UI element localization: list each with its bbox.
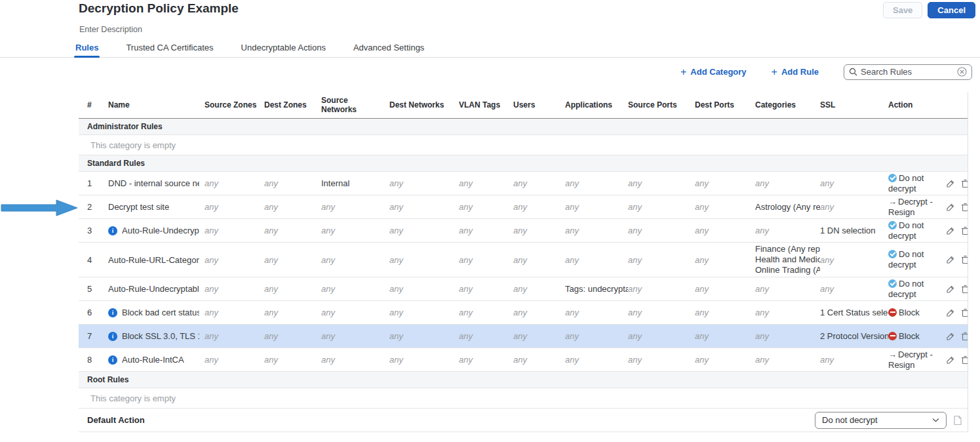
cell-ssl: any (820, 178, 888, 188)
decrypt-resign-icon: → (888, 197, 897, 207)
edit-rule-button[interactable] (946, 308, 955, 317)
edit-rule-button[interactable] (946, 285, 955, 294)
cell-action: Do not decrypt (888, 173, 945, 194)
col-header-dest-networks: Dest Networks (389, 100, 459, 110)
search-rules-box[interactable] (844, 64, 972, 80)
rule-row-3[interactable]: 3 iAuto-Rule-Undecrypta any any any any … (79, 219, 968, 243)
cell-source-zones: any (205, 284, 264, 294)
rule-row-1[interactable]: 1 DND - internal source netw any any Int… (79, 172, 968, 195)
cell-dest-zones: any (264, 331, 321, 341)
default-action-select[interactable]: Do not decrypt (815, 412, 947, 429)
cell-categories: any (755, 178, 820, 188)
rule-name-text: Auto-Rule-URL-Categories (108, 255, 199, 265)
row-controls (945, 179, 968, 188)
edit-rule-button[interactable] (946, 255, 955, 264)
row-controls (945, 226, 968, 235)
edit-rule-button[interactable] (946, 179, 955, 188)
cell-categories: any (755, 331, 820, 341)
cell-applications: Tags: undecrypta (565, 284, 628, 294)
rule-row-8[interactable]: 8 iAuto-Rule-IntCA any any any any any a… (79, 348, 968, 372)
edit-rule-button[interactable] (946, 332, 955, 341)
default-action-value: Do not decrypt (822, 415, 878, 425)
cell-vlan-tags: any (459, 308, 513, 317)
cell-ssl: any (820, 355, 888, 365)
row-controls (945, 255, 968, 264)
add-rule-button[interactable]: + Add Rule (772, 66, 819, 78)
cell-users: any (513, 284, 565, 294)
cell-source-zones: any (205, 178, 264, 188)
cancel-button[interactable]: Cancel (928, 2, 975, 18)
edit-rule-button[interactable] (946, 355, 955, 365)
edit-rule-button[interactable] (946, 226, 955, 235)
delete-rule-button[interactable] (961, 203, 968, 212)
cell-vlan-tags: any (459, 331, 513, 341)
add-category-label: Add Category (690, 67, 746, 77)
action-label: Block (899, 331, 920, 341)
tab-advanced-settings[interactable]: Advanced Settings (352, 39, 425, 57)
delete-rule-button[interactable] (961, 179, 968, 188)
rule-row-6[interactable]: 6 iBlock bad cert status any any any any… (79, 301, 968, 325)
category-row-standard-rules[interactable]: Standard Rules (79, 155, 968, 172)
delete-rule-button[interactable] (961, 355, 968, 365)
cell-dest-zones: any (264, 284, 321, 294)
rules-toolbar: + Add Category + Add Rule (0, 63, 980, 81)
cell-categories: Astrology (Any re (755, 202, 820, 212)
delete-rule-button[interactable] (961, 332, 968, 341)
save-button[interactable]: Save (883, 2, 922, 18)
cell-source-networks: Internal (321, 178, 389, 188)
cell-vlan-tags: any (459, 355, 513, 365)
cell-vlan-tags: any (459, 226, 513, 235)
cell-ssl: 1 DN selection (820, 226, 888, 235)
edit-rule-button[interactable] (946, 203, 955, 212)
col-header-ssl: SSL (820, 100, 888, 110)
cell-users: any (513, 226, 565, 235)
col-header-dest-zones: Dest Zones (264, 100, 321, 110)
description-field[interactable]: Enter Description (79, 25, 142, 34)
cell-action: →Decrypt - Resign (888, 350, 945, 371)
cell-source-networks: any (321, 331, 389, 341)
rule-row-2[interactable]: 2 Decrypt test site any any any any any … (79, 195, 968, 219)
decryption-policy-page: Decryption Policy Example Save Cancel En… (0, 0, 980, 442)
rule-name: iBlock bad cert status (108, 308, 205, 317)
cell-dest-zones: any (264, 355, 321, 365)
cell-dest-networks: any (389, 331, 459, 341)
rule-name: Auto-Rule-Undecryptable- (108, 284, 205, 294)
rule-name: iAuto-Rule-Undecrypta (108, 226, 205, 235)
cell-vlan-tags: any (459, 284, 513, 294)
cell-dest-ports: any (695, 284, 755, 294)
category-row-administrator-rules[interactable]: Administrator Rules (79, 119, 968, 135)
tab-undecryptable-actions[interactable]: Undecryptable Actions (240, 39, 327, 57)
rule-name: iBlock SSL 3.0, TLS 1.0 (108, 331, 205, 341)
delete-rule-button[interactable] (961, 255, 968, 264)
action-label: Block (899, 308, 920, 317)
clear-search-icon[interactable] (957, 67, 967, 77)
cell-categories: Finance (Any rep Health and Medic Online… (755, 244, 820, 275)
cell-categories: any (755, 355, 820, 365)
delete-rule-button[interactable] (961, 285, 968, 294)
logging-document-icon[interactable] (953, 415, 962, 426)
rule-row-7-selected[interactable]: 7 iBlock SSL 3.0, TLS 1.0 any any any an… (79, 325, 968, 348)
cell-applications: any (565, 255, 628, 265)
cell-dest-ports: any (695, 255, 755, 265)
do-not-decrypt-icon (888, 250, 897, 258)
chevron-down-icon (932, 418, 939, 422)
search-rules-input[interactable] (861, 67, 954, 77)
cell-categories: any (755, 284, 820, 294)
cell-dest-zones: any (264, 308, 321, 317)
cell-source-ports: any (628, 284, 695, 294)
cell-ssl: 2 Protocol Version (820, 331, 888, 341)
rule-row-5[interactable]: 5 Auto-Rule-Undecryptable- any any any a… (79, 277, 968, 301)
row-controls (945, 203, 968, 212)
empty-category-text: This category is empty (90, 393, 176, 403)
col-header-name: Name (108, 100, 205, 110)
category-row-root-rules[interactable]: Root Rules (79, 372, 968, 388)
delete-rule-button[interactable] (961, 226, 968, 235)
delete-rule-button[interactable] (961, 308, 968, 317)
tab-rules[interactable]: Rules (74, 39, 100, 57)
rule-row-4[interactable]: 4 Auto-Rule-URL-Categories any any any a… (79, 243, 968, 277)
add-category-button[interactable]: + Add Category (680, 66, 747, 78)
cell-users: any (513, 178, 565, 188)
cell-dest-networks: any (389, 178, 459, 188)
cell-ssl: 1 Cert Status selec (820, 308, 888, 317)
tab-trusted-ca-certificates[interactable]: Trusted CA Certificates (125, 39, 214, 57)
